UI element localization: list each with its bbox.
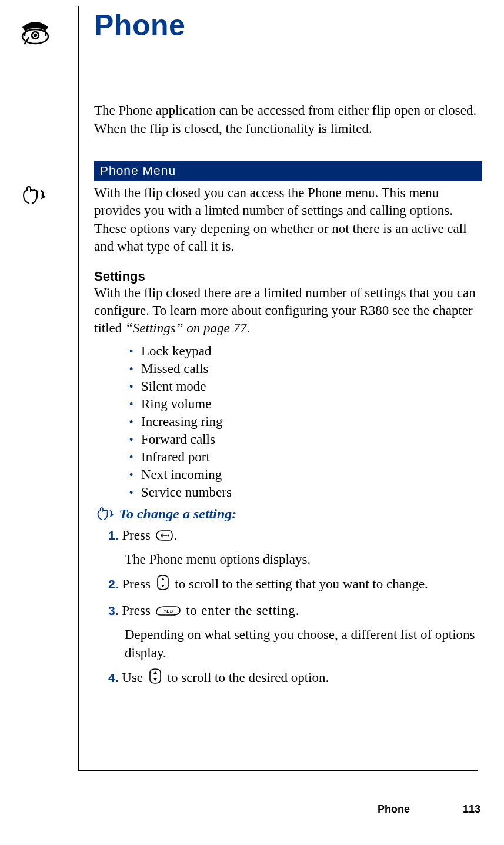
bullet-icon: •	[129, 434, 141, 446]
svg-text:YES: YES	[163, 608, 173, 614]
procedure-steps: 1. Press . The Phone menu options displa…	[94, 526, 482, 689]
list-item-label: Infrared port	[141, 450, 210, 464]
settings-list: •Lock keypad •Missed calls •Silent mode …	[94, 344, 482, 500]
yes-key-icon: YES	[155, 604, 181, 622]
bullet-icon: •	[129, 398, 141, 411]
step-text: Press	[122, 528, 153, 543]
phone-icon	[19, 13, 72, 49]
intro-paragraph: The Phone application can be accessed fr…	[94, 101, 482, 138]
bullet-icon: •	[129, 451, 141, 464]
scroll-key-icon	[155, 574, 171, 596]
section-paragraph: With the flip closed you can access the …	[94, 184, 482, 255]
step-text: to scroll to the desired option.	[164, 670, 329, 685]
settings-intro: With the flip closed there are a limited…	[94, 284, 482, 338]
procedure-title-text: To change a setting:	[119, 506, 237, 521]
list-item: •Missed calls	[129, 361, 482, 377]
step-number: 1.	[108, 528, 119, 542]
margin-icons	[19, 13, 72, 212]
list-item-label: Missed calls	[141, 361, 208, 376]
bullet-icon: •	[129, 416, 141, 428]
list-item: •Infrared port	[129, 450, 482, 465]
list-item-label: Increasing ring	[141, 414, 223, 429]
back-key-icon	[155, 528, 173, 547]
list-item: •Lock keypad	[129, 344, 482, 359]
step-item: 1. Press . The Phone menu options displa…	[108, 526, 482, 568]
hand-back-icon	[19, 185, 72, 212]
step-text: to enter the setting.	[182, 603, 300, 618]
step-text: Press	[122, 577, 153, 591]
step-text: Use	[122, 670, 146, 685]
step-number: 2.	[108, 577, 119, 591]
step-text: to scroll to the setting that you want t…	[172, 577, 428, 591]
bullet-icon: •	[129, 381, 141, 393]
list-item-label: Silent mode	[141, 379, 206, 394]
main-content: Phone The Phone application can be acces…	[94, 8, 482, 695]
list-item-label: Lock keypad	[141, 344, 211, 358]
step-subtext: Depending on what setting you choose, a …	[125, 626, 482, 662]
list-item-label: Next incoming	[141, 467, 222, 482]
scroll-key-icon	[148, 668, 163, 689]
step-number: 4.	[108, 671, 119, 684]
list-item-label: Forward calls	[141, 432, 215, 447]
page-footer: Phone113	[378, 803, 480, 816]
left-column-rule	[78, 6, 79, 771]
page-title: Phone	[94, 8, 482, 42]
bullet-icon: •	[129, 363, 141, 375]
step-item: 3. Press YES to enter the setting. Depen…	[108, 601, 482, 662]
settings-intro-b: .	[246, 321, 250, 335]
list-item: •Service numbers	[129, 485, 482, 500]
settings-cross-reference: “Settings” on page 77	[125, 321, 246, 335]
list-item-label: Service numbers	[141, 485, 232, 500]
section-heading-bar: Phone Menu	[94, 161, 482, 181]
settings-heading: Settings	[94, 269, 482, 284]
list-item: •Silent mode	[129, 379, 482, 394]
hand-back-icon	[94, 506, 118, 523]
list-item: •Increasing ring	[129, 414, 482, 430]
step-item: 2. Press to scroll to the setting that y…	[108, 574, 482, 596]
footer-section-name: Phone	[378, 803, 410, 815]
list-item: •Ring volume	[129, 397, 482, 412]
bullet-icon: •	[129, 487, 141, 499]
svg-point-2	[34, 34, 36, 36]
step-item: 4. Use to scroll to the desired option.	[108, 668, 482, 689]
step-subtext: The Phone menu options displays.	[125, 550, 482, 568]
bullet-icon: •	[129, 469, 141, 481]
list-item: •Next incoming	[129, 467, 482, 483]
procedure-title: To change a setting:	[94, 506, 482, 524]
footer-page-number: 113	[463, 803, 480, 815]
list-item-label: Ring volume	[141, 397, 211, 411]
bottom-column-rule	[78, 770, 478, 771]
bullet-icon: •	[129, 345, 141, 358]
step-number: 3.	[108, 604, 119, 617]
step-text: Press	[122, 603, 153, 618]
step-text: .	[174, 528, 178, 543]
svg-point-3	[167, 534, 169, 536]
list-item: •Forward calls	[129, 432, 482, 447]
